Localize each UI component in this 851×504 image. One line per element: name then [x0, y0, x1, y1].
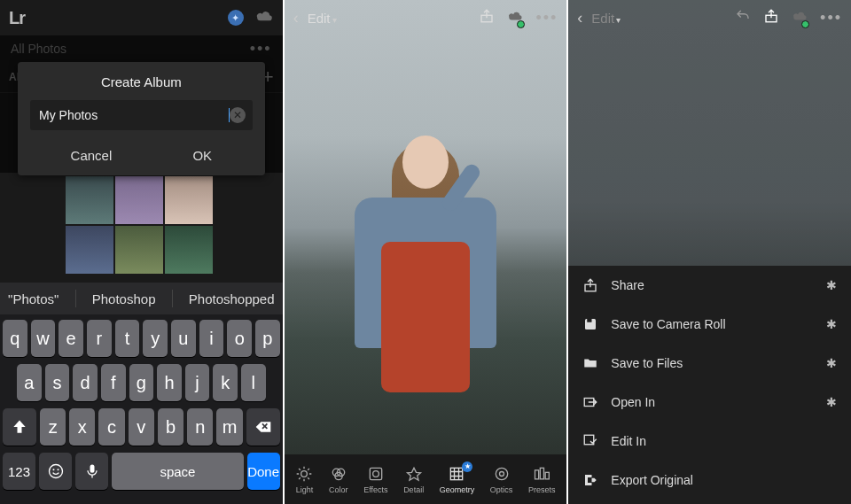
photo-preview[interactable] [285, 0, 567, 454]
key-k[interactable]: k [213, 364, 238, 401]
gear-icon[interactable]: ✱ [826, 395, 837, 409]
gear-icon[interactable]: ✱ [826, 356, 837, 370]
share-icon[interactable] [479, 8, 495, 27]
tool-effects[interactable]: Effects [363, 465, 387, 494]
key-c[interactable]: c [98, 408, 124, 446]
tool-geometry[interactable]: ★ Geometry [440, 465, 475, 494]
svg-point-5 [301, 470, 308, 477]
key-b[interactable]: b [158, 408, 183, 446]
menu-label: Edit In [611, 434, 646, 448]
thumb[interactable] [165, 176, 213, 224]
undo-icon[interactable] [735, 8, 751, 27]
key-g[interactable]: g [129, 364, 154, 401]
key-t[interactable]: t [115, 320, 140, 357]
back-icon[interactable]: ‹ [293, 9, 299, 27]
menu-label: Save to Files [611, 356, 683, 370]
suggestion[interactable]: Photoshopped [189, 291, 275, 306]
kb-row-4: 123 space Done [3, 453, 280, 490]
clear-input-icon[interactable]: ✕ [230, 107, 246, 123]
key-backspace[interactable] [246, 408, 280, 446]
tool-label: Light [296, 485, 314, 494]
tool-color[interactable]: Color [329, 465, 348, 494]
share-menu-export-original[interactable]: Export Original [568, 461, 851, 500]
svg-point-13 [499, 471, 504, 476]
album-name-input-wrap[interactable]: ✕ [30, 100, 253, 130]
edit-title[interactable]: Edit▾ [591, 11, 621, 26]
key-h[interactable]: h [157, 364, 182, 401]
menu-label: Open In [611, 395, 655, 409]
key-123[interactable]: 123 [3, 453, 35, 490]
share-menu-edit-in[interactable]: Edit In [568, 422, 851, 461]
share-menu-share[interactable]: Share ✱ [568, 266, 851, 305]
album-name-input[interactable] [37, 107, 228, 123]
key-v[interactable]: v [129, 408, 154, 446]
share-menu-save-files[interactable]: Save to Files ✱ [568, 344, 851, 383]
key-n[interactable]: n [187, 408, 213, 446]
key-y[interactable]: y [143, 320, 168, 357]
key-z[interactable]: z [40, 408, 66, 446]
key-f[interactable]: f [101, 364, 126, 401]
key-a[interactable]: a [17, 364, 42, 401]
thumb[interactable] [66, 176, 113, 224]
cloud-sync-icon[interactable] [254, 10, 274, 26]
share-menu-open-in[interactable]: Open In ✱ [568, 383, 851, 422]
svg-rect-11 [451, 468, 463, 479]
gear-icon[interactable]: ✱ [826, 317, 837, 331]
key-l[interactable]: l [241, 364, 266, 401]
tool-label: Color [329, 485, 348, 494]
key-x[interactable]: x [69, 408, 95, 446]
ok-button[interactable]: OK [183, 143, 221, 168]
photo-subject [346, 136, 505, 401]
search-icon[interactable]: ✦ [228, 10, 244, 26]
key-m[interactable]: m [216, 408, 242, 446]
key-d[interactable]: d [73, 364, 98, 401]
key-w[interactable]: w [31, 320, 56, 357]
thumb[interactable] [165, 226, 213, 274]
thumb[interactable] [115, 226, 163, 274]
gear-icon[interactable]: ✱ [826, 278, 837, 292]
share-icon [582, 277, 598, 293]
suggestion[interactable]: Photoshop [92, 291, 156, 306]
key-q[interactable]: q [3, 320, 27, 357]
suggestion[interactable]: "Photos" [8, 291, 59, 306]
tool-presets[interactable]: Presets [528, 465, 556, 494]
cancel-button[interactable]: Cancel [62, 143, 121, 168]
key-mic[interactable] [75, 453, 108, 490]
key-shift[interactable] [3, 408, 36, 446]
tool-detail[interactable]: Detail [403, 465, 424, 494]
create-album-modal: Create Album ✕ Cancel OK [18, 62, 265, 175]
thumb[interactable] [115, 176, 163, 224]
tool-light[interactable]: Light [295, 465, 313, 494]
key-u[interactable]: u [171, 320, 196, 357]
cloud-sync-icon[interactable] [792, 8, 808, 27]
edit-title[interactable]: Edit▾ [308, 11, 337, 26]
svg-point-0 [49, 465, 62, 478]
tool-optics[interactable]: Optics [490, 465, 513, 494]
cloud-sync-icon[interactable] [507, 8, 523, 27]
key-e[interactable]: e [59, 320, 83, 357]
tool-label: Detail [403, 485, 424, 494]
pane-share: ‹ Edit▾ ••• Share ✱ [566, 0, 851, 504]
share-icon[interactable] [763, 8, 779, 27]
more-icon[interactable]: ••• [820, 9, 842, 27]
svg-point-10 [373, 470, 379, 477]
more-icon[interactable]: ••• [535, 9, 558, 27]
key-s[interactable]: s [45, 364, 70, 401]
share-menu-save-camera-roll[interactable]: Save to Camera Roll ✱ [568, 305, 851, 344]
key-emoji[interactable] [39, 453, 72, 490]
thumb[interactable] [66, 226, 113, 274]
key-j[interactable]: j [185, 364, 210, 401]
key-o[interactable]: o [227, 320, 252, 357]
back-icon[interactable]: ‹ [577, 9, 582, 27]
export-icon [582, 472, 598, 488]
open-in-icon [582, 394, 598, 410]
key-p[interactable]: p [255, 320, 280, 357]
key-r[interactable]: r [87, 320, 112, 357]
menu-label: Share [611, 278, 644, 292]
key-space[interactable]: space [112, 453, 243, 490]
edit-in-icon [582, 433, 598, 449]
key-i[interactable]: i [199, 320, 224, 357]
pane-edit: ‹ Edit▾ ••• Light Color Effects [283, 0, 567, 504]
svg-point-12 [496, 468, 507, 479]
key-done[interactable]: Done [247, 453, 280, 490]
